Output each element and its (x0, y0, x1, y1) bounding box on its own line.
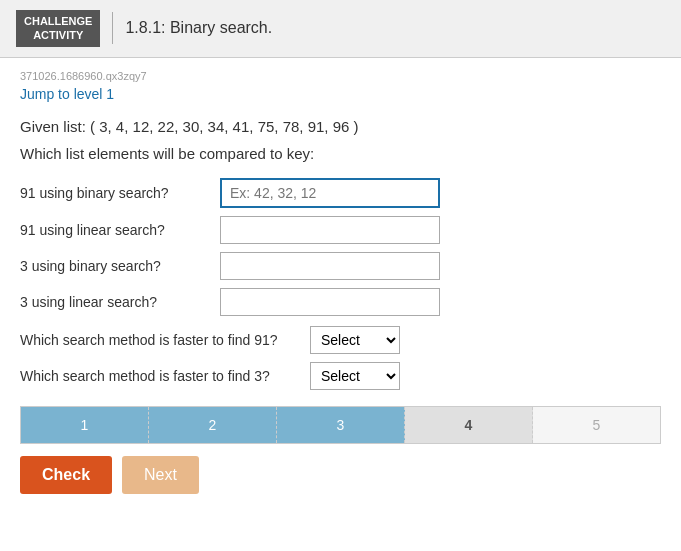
faster-label-3: Which search method is faster to find 3? (20, 368, 310, 384)
form-row-1: 91 using linear search? (20, 216, 661, 244)
page-1[interactable]: 1 (21, 407, 149, 443)
pagination-bar: 1 2 3 4 5 (20, 406, 661, 444)
page-title: 1.8.1: Binary search. (125, 19, 272, 37)
form-row-3: 3 using linear search? (20, 288, 661, 316)
label-3-linear: 3 using linear search? (20, 294, 220, 310)
select-faster-3[interactable]: Select Binary search Linear search (310, 362, 400, 390)
input-section: 91 using binary search? 91 using linear … (20, 178, 661, 316)
input-3-linear[interactable] (220, 288, 440, 316)
session-id: 371026.1686960.qx3zqy7 (20, 70, 661, 82)
input-91-binary[interactable] (220, 178, 440, 208)
page-2[interactable]: 2 (149, 407, 277, 443)
form-row-2: 3 using binary search? (20, 252, 661, 280)
faster-label-91: Which search method is faster to find 91… (20, 332, 310, 348)
page-header: CHALLENGE ACTIVITY 1.8.1: Binary search. (0, 0, 681, 58)
faster-row-3: Which search method is faster to find 3?… (20, 362, 661, 390)
next-button[interactable]: Next (122, 456, 199, 494)
given-list-text: Given list: ( 3, 4, 12, 22, 30, 34, 41, … (20, 118, 661, 135)
page-4[interactable]: 4 (405, 407, 533, 443)
page-5[interactable]: 5 (533, 407, 660, 443)
faster-row-91: Which search method is faster to find 91… (20, 326, 661, 354)
faster-section: Which search method is faster to find 91… (20, 326, 661, 390)
page-3[interactable]: 3 (277, 407, 405, 443)
input-3-binary[interactable] (220, 252, 440, 280)
check-button[interactable]: Check (20, 456, 112, 494)
question-text: Which list elements will be compared to … (20, 145, 661, 162)
challenge-badge: CHALLENGE ACTIVITY (16, 10, 100, 47)
label-91-binary: 91 using binary search? (20, 185, 220, 201)
select-faster-91[interactable]: Select Binary search Linear search (310, 326, 400, 354)
jump-to-level-link[interactable]: Jump to level 1 (20, 86, 114, 102)
label-91-linear: 91 using linear search? (20, 222, 220, 238)
main-content: 371026.1686960.qx3zqy7 Jump to level 1 G… (0, 58, 681, 506)
input-91-linear[interactable] (220, 216, 440, 244)
form-row-0: 91 using binary search? (20, 178, 661, 208)
label-3-binary: 3 using binary search? (20, 258, 220, 274)
header-divider (112, 12, 113, 44)
button-row: Check Next (20, 456, 661, 494)
